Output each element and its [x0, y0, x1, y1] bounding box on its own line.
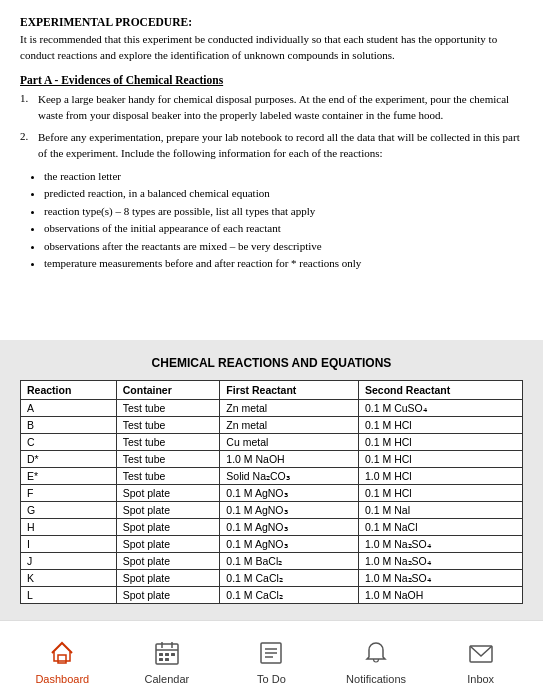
table-row: D*Test tube1.0 M NaOH0.1 M HCl	[21, 451, 523, 468]
table-row: ATest tubeZn metal0.1 M CuSO₄	[21, 400, 523, 417]
inbox-label: Inbox	[467, 673, 494, 685]
bullet-3: reaction type(s) – 8 types are possible,…	[44, 203, 523, 220]
reactions-table: Reaction Container First Reactant Second…	[20, 380, 523, 604]
table-cell: F	[21, 485, 117, 502]
table-cell: 0.1 M AgNO₃	[220, 536, 359, 553]
table-cell: Zn metal	[220, 417, 359, 434]
nav-item-dashboard[interactable]: Dashboard	[32, 637, 92, 685]
table-row: HSpot plate0.1 M AgNO₃0.1 M NaCl	[21, 519, 523, 536]
item-2-text: Before any experimentation, prepare your…	[38, 130, 523, 162]
table-cell: 0.1 M HCl	[358, 485, 522, 502]
table-cell: 0.1 M CaCl₂	[220, 587, 359, 604]
table-cell: Spot plate	[116, 553, 220, 570]
nav-item-inbox[interactable]: Inbox	[451, 637, 511, 685]
table-cell: A	[21, 400, 117, 417]
part-a-title: Part A - Evidences of Chemical Reactions	[20, 74, 523, 86]
table-cell: Test tube	[116, 468, 220, 485]
calendar-icon	[151, 637, 183, 669]
nav-bar: Dashboard Calendar	[0, 620, 543, 700]
item-1-text: Keep a large beaker handy for chemical d…	[38, 92, 523, 124]
calendar-label: Calendar	[145, 673, 190, 685]
table-cell: Test tube	[116, 400, 220, 417]
table-cell: Cu metal	[220, 434, 359, 451]
table-cell: Spot plate	[116, 485, 220, 502]
experimental-procedure-title: EXPERIMENTAL PROCEDURE:	[20, 16, 523, 28]
table-cell: Zn metal	[220, 400, 359, 417]
todo-label: To Do	[257, 673, 286, 685]
table-cell: 0.1 M BaCl₂	[220, 553, 359, 570]
table-cell: 0.1 M HCl	[358, 417, 522, 434]
table-cell: 0.1 M HCl	[358, 451, 522, 468]
todo-icon	[255, 637, 287, 669]
table-cell: Spot plate	[116, 587, 220, 604]
bullet-4: observations of the initial appearance o…	[44, 220, 523, 237]
bullet-1: the reaction letter	[44, 168, 523, 185]
table-cell: 0.1 M AgNO₃	[220, 502, 359, 519]
item-2-num: 2.	[20, 130, 38, 162]
table-cell: K	[21, 570, 117, 587]
nav-item-todo[interactable]: To Do	[241, 637, 301, 685]
svg-rect-5	[159, 653, 163, 656]
col-header-second-reactant: Second Reactant	[358, 381, 522, 400]
table-cell: Spot plate	[116, 570, 220, 587]
table-cell: L	[21, 587, 117, 604]
table-cell: Spot plate	[116, 536, 220, 553]
table-cell: 0.1 M NaI	[358, 502, 522, 519]
bullet-list: the reaction letter predicted reaction, …	[44, 168, 523, 272]
svg-rect-6	[165, 653, 169, 656]
table-cell: 1.0 M NaOH	[358, 587, 522, 604]
dashboard-label: Dashboard	[35, 673, 89, 685]
table-cell: 1.0 M Na₂SO₄	[358, 570, 522, 587]
table-row: LSpot plate0.1 M CaCl₂1.0 M NaOH	[21, 587, 523, 604]
item-2: 2. Before any experimentation, prepare y…	[20, 130, 523, 162]
dashboard-icon	[46, 637, 78, 669]
table-row: GSpot plate0.1 M AgNO₃0.1 M NaI	[21, 502, 523, 519]
content-area: EXPERIMENTAL PROCEDURE: It is recommende…	[0, 0, 543, 340]
table-row: E*Test tubeSolid Na₂CO₃1.0 M HCl	[21, 468, 523, 485]
svg-rect-7	[171, 653, 175, 656]
table-row: KSpot plate0.1 M CaCl₂1.0 M Na₂SO₄	[21, 570, 523, 587]
table-cell: 0.1 M AgNO₃	[220, 519, 359, 536]
bullet-5: observations after the reactants are mix…	[44, 238, 523, 255]
reactions-title: CHEMICAL REACTIONS AND EQUATIONS	[20, 356, 523, 370]
bullet-6: temperature measurements before and afte…	[44, 255, 523, 272]
table-cell: 1.0 M Na₂SO₄	[358, 553, 522, 570]
nav-item-calendar[interactable]: Calendar	[137, 637, 197, 685]
table-cell: 0.1 M CaCl₂	[220, 570, 359, 587]
table-cell: Spot plate	[116, 519, 220, 536]
table-cell: C	[21, 434, 117, 451]
reactions-section: CHEMICAL REACTIONS AND EQUATIONS Reactio…	[0, 340, 543, 620]
nav-item-notifications[interactable]: Notifications	[346, 637, 406, 685]
table-cell: Test tube	[116, 417, 220, 434]
item-1: 1. Keep a large beaker handy for chemica…	[20, 92, 523, 124]
svg-rect-8	[159, 658, 163, 661]
table-row: ISpot plate0.1 M AgNO₃1.0 M Na₂SO₄	[21, 536, 523, 553]
table-cell: H	[21, 519, 117, 536]
table-cell: 0.1 M CuSO₄	[358, 400, 522, 417]
table-cell: B	[21, 417, 117, 434]
table-row: CTest tubeCu metal0.1 M HCl	[21, 434, 523, 451]
bullet-2: predicted reaction, in a balanced chemic…	[44, 185, 523, 202]
table-cell: 1.0 M Na₂SO₄	[358, 536, 522, 553]
table-cell: I	[21, 536, 117, 553]
table-cell: Test tube	[116, 434, 220, 451]
inbox-icon	[465, 637, 497, 669]
table-cell: D*	[21, 451, 117, 468]
table-cell: 1.0 M NaOH	[220, 451, 359, 468]
table-cell: E*	[21, 468, 117, 485]
table-cell: Spot plate	[116, 502, 220, 519]
col-header-reaction: Reaction	[21, 381, 117, 400]
svg-rect-0	[58, 655, 66, 663]
table-cell: 1.0 M HCl	[358, 468, 522, 485]
notifications-icon	[360, 637, 392, 669]
intro-text: It is recommended that this experiment b…	[20, 32, 523, 64]
table-cell: Test tube	[116, 451, 220, 468]
table-row: JSpot plate0.1 M BaCl₂1.0 M Na₂SO₄	[21, 553, 523, 570]
notifications-label: Notifications	[346, 673, 406, 685]
col-header-first-reactant: First Reactant	[220, 381, 359, 400]
col-header-container: Container	[116, 381, 220, 400]
svg-rect-9	[165, 658, 169, 661]
table-cell: G	[21, 502, 117, 519]
table-cell: 0.1 M HCl	[358, 434, 522, 451]
table-row: FSpot plate0.1 M AgNO₃0.1 M HCl	[21, 485, 523, 502]
